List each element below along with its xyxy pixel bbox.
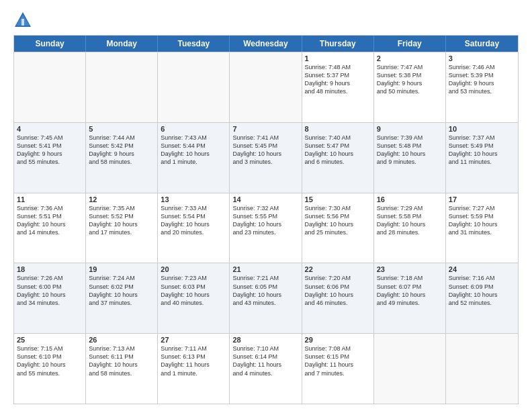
calendar-empty-cell (158, 52, 230, 122)
cell-info: Sunrise: 7:21 AM Sunset: 6:05 PM Dayligh… (232, 274, 298, 307)
cell-date: 18 (17, 265, 83, 273)
logo (13, 11, 35, 30)
calendar-header-cell: Wednesday (230, 36, 302, 52)
cell-info: Sunrise: 7:18 AM Sunset: 6:07 PM Dayligh… (377, 274, 443, 307)
calendar-header-cell: Thursday (302, 36, 374, 52)
calendar-header-cell: Friday (374, 36, 446, 52)
cell-info: Sunrise: 7:10 AM Sunset: 6:14 PM Dayligh… (232, 345, 298, 377)
calendar-day-cell: 27Sunrise: 7:11 AM Sunset: 6:13 PM Dayli… (158, 334, 230, 404)
cell-date: 24 (449, 265, 515, 273)
calendar-day-cell: 25Sunrise: 7:15 AM Sunset: 6:10 PM Dayli… (14, 334, 86, 404)
cell-info: Sunrise: 7:41 AM Sunset: 5:45 PM Dayligh… (232, 134, 298, 167)
cell-info: Sunrise: 7:23 AM Sunset: 6:03 PM Dayligh… (161, 274, 226, 307)
cell-date: 5 (89, 125, 154, 133)
calendar-day-cell: 18Sunrise: 7:26 AM Sunset: 6:00 PM Dayli… (14, 263, 86, 333)
calendar-header-cell: Tuesday (158, 36, 230, 52)
cell-date: 19 (89, 265, 154, 273)
cell-date: 9 (377, 125, 443, 133)
cell-date: 13 (161, 195, 226, 203)
calendar-day-cell: 10Sunrise: 7:37 AM Sunset: 5:49 PM Dayli… (446, 123, 518, 193)
calendar-day-cell: 14Sunrise: 7:32 AM Sunset: 5:55 PM Dayli… (230, 193, 302, 263)
calendar-day-cell: 4Sunrise: 7:45 AM Sunset: 5:41 PM Daylig… (14, 123, 86, 193)
calendar-day-cell: 15Sunrise: 7:30 AM Sunset: 5:56 PM Dayli… (302, 193, 374, 263)
calendar-week-row: 1Sunrise: 7:48 AM Sunset: 5:37 PM Daylig… (14, 52, 518, 122)
calendar-day-cell: 21Sunrise: 7:21 AM Sunset: 6:05 PM Dayli… (230, 263, 302, 333)
calendar-header: SundayMondayTuesdayWednesdayThursdayFrid… (14, 36, 518, 52)
calendar-empty-cell (446, 334, 518, 404)
calendar-week-row: 11Sunrise: 7:36 AM Sunset: 5:51 PM Dayli… (14, 193, 518, 263)
cell-date: 29 (305, 336, 371, 344)
calendar-empty-cell (86, 52, 158, 122)
cell-date: 27 (161, 336, 226, 344)
cell-info: Sunrise: 7:32 AM Sunset: 5:55 PM Dayligh… (232, 204, 298, 237)
cell-info: Sunrise: 7:40 AM Sunset: 5:47 PM Dayligh… (305, 134, 371, 167)
calendar-day-cell: 29Sunrise: 7:08 AM Sunset: 6:15 PM Dayli… (302, 334, 374, 404)
calendar-header-cell: Monday (86, 36, 158, 52)
calendar-empty-cell (14, 52, 86, 122)
calendar-day-cell: 2Sunrise: 7:47 AM Sunset: 5:38 PM Daylig… (374, 52, 446, 122)
cell-date: 21 (232, 265, 298, 273)
logo-icon (13, 11, 32, 30)
svg-rect-2 (21, 19, 24, 26)
cell-info: Sunrise: 7:47 AM Sunset: 5:38 PM Dayligh… (377, 63, 443, 96)
cell-info: Sunrise: 7:24 AM Sunset: 6:02 PM Dayligh… (89, 274, 154, 307)
calendar-day-cell: 23Sunrise: 7:18 AM Sunset: 6:07 PM Dayli… (374, 263, 446, 333)
calendar-day-cell: 7Sunrise: 7:41 AM Sunset: 5:45 PM Daylig… (230, 123, 302, 193)
cell-info: Sunrise: 7:15 AM Sunset: 6:10 PM Dayligh… (17, 345, 83, 377)
calendar-day-cell: 9Sunrise: 7:39 AM Sunset: 5:48 PM Daylig… (374, 123, 446, 193)
calendar-day-cell: 8Sunrise: 7:40 AM Sunset: 5:47 PM Daylig… (302, 123, 374, 193)
cell-date: 14 (232, 195, 298, 203)
cell-date: 3 (449, 54, 515, 62)
cell-info: Sunrise: 7:26 AM Sunset: 6:00 PM Dayligh… (17, 274, 83, 307)
calendar-day-cell: 24Sunrise: 7:16 AM Sunset: 6:09 PM Dayli… (446, 263, 518, 333)
cell-date: 2 (377, 54, 443, 62)
cell-info: Sunrise: 7:20 AM Sunset: 6:06 PM Dayligh… (305, 274, 371, 307)
calendar: SundayMondayTuesdayWednesdayThursdayFrid… (13, 35, 519, 404)
cell-info: Sunrise: 7:48 AM Sunset: 5:37 PM Dayligh… (305, 63, 371, 96)
calendar-day-cell: 12Sunrise: 7:35 AM Sunset: 5:52 PM Dayli… (86, 193, 158, 263)
calendar-day-cell: 5Sunrise: 7:44 AM Sunset: 5:42 PM Daylig… (86, 123, 158, 193)
calendar-week-row: 25Sunrise: 7:15 AM Sunset: 6:10 PM Dayli… (14, 333, 518, 404)
cell-date: 16 (377, 195, 443, 203)
cell-date: 25 (17, 336, 83, 344)
cell-date: 1 (305, 54, 371, 62)
cell-info: Sunrise: 7:33 AM Sunset: 5:54 PM Dayligh… (161, 204, 226, 237)
calendar-day-cell: 16Sunrise: 7:29 AM Sunset: 5:58 PM Dayli… (374, 193, 446, 263)
calendar-header-cell: Saturday (446, 36, 518, 52)
calendar-empty-cell (230, 52, 302, 122)
calendar-day-cell: 26Sunrise: 7:13 AM Sunset: 6:11 PM Dayli… (86, 334, 158, 404)
calendar-day-cell: 11Sunrise: 7:36 AM Sunset: 5:51 PM Dayli… (14, 193, 86, 263)
cell-info: Sunrise: 7:11 AM Sunset: 6:13 PM Dayligh… (161, 345, 226, 377)
cell-info: Sunrise: 7:13 AM Sunset: 6:11 PM Dayligh… (89, 345, 154, 377)
page: SundayMondayTuesdayWednesdayThursdayFrid… (0, 0, 532, 411)
cell-date: 23 (377, 265, 443, 273)
header (13, 11, 519, 30)
cell-date: 12 (89, 195, 154, 203)
cell-date: 22 (305, 265, 371, 273)
cell-info: Sunrise: 7:08 AM Sunset: 6:15 PM Dayligh… (305, 345, 371, 377)
cell-info: Sunrise: 7:46 AM Sunset: 5:39 PM Dayligh… (449, 63, 515, 96)
calendar-day-cell: 19Sunrise: 7:24 AM Sunset: 6:02 PM Dayli… (86, 263, 158, 333)
calendar-day-cell: 13Sunrise: 7:33 AM Sunset: 5:54 PM Dayli… (158, 193, 230, 263)
calendar-week-row: 18Sunrise: 7:26 AM Sunset: 6:00 PM Dayli… (14, 263, 518, 333)
calendar-day-cell: 17Sunrise: 7:27 AM Sunset: 5:59 PM Dayli… (446, 193, 518, 263)
cell-info: Sunrise: 7:35 AM Sunset: 5:52 PM Dayligh… (89, 204, 154, 237)
calendar-day-cell: 1Sunrise: 7:48 AM Sunset: 5:37 PM Daylig… (302, 52, 374, 122)
calendar-day-cell: 28Sunrise: 7:10 AM Sunset: 6:14 PM Dayli… (230, 334, 302, 404)
calendar-day-cell: 3Sunrise: 7:46 AM Sunset: 5:39 PM Daylig… (446, 52, 518, 122)
cell-date: 11 (17, 195, 83, 203)
cell-info: Sunrise: 7:16 AM Sunset: 6:09 PM Dayligh… (449, 274, 515, 307)
cell-info: Sunrise: 7:36 AM Sunset: 5:51 PM Dayligh… (17, 204, 83, 237)
cell-date: 26 (89, 336, 154, 344)
calendar-week-row: 4Sunrise: 7:45 AM Sunset: 5:41 PM Daylig… (14, 122, 518, 193)
cell-date: 7 (232, 125, 298, 133)
calendar-day-cell: 6Sunrise: 7:43 AM Sunset: 5:44 PM Daylig… (158, 123, 230, 193)
cell-date: 17 (449, 195, 515, 203)
cell-info: Sunrise: 7:44 AM Sunset: 5:42 PM Dayligh… (89, 134, 154, 167)
cell-info: Sunrise: 7:45 AM Sunset: 5:41 PM Dayligh… (17, 134, 83, 167)
cell-date: 10 (449, 125, 515, 133)
cell-date: 28 (232, 336, 298, 344)
cell-date: 20 (161, 265, 226, 273)
cell-date: 8 (305, 125, 371, 133)
cell-date: 4 (17, 125, 83, 133)
